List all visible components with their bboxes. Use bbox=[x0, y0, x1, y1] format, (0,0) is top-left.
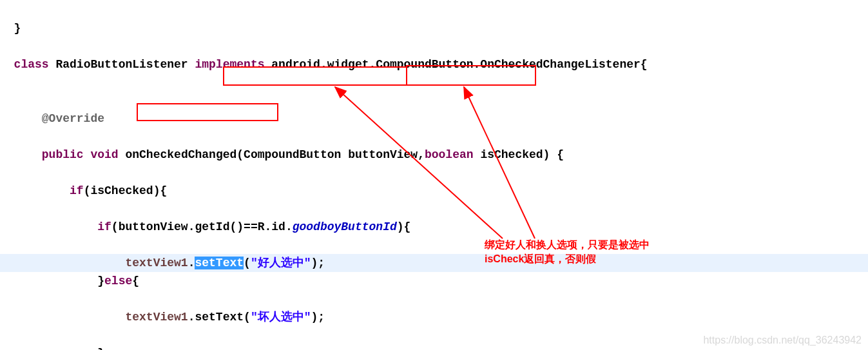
code-line: class RadioButtonListener implements and… bbox=[0, 55, 868, 73]
code-line: textView1.setText("坏人选中"); bbox=[0, 308, 868, 326]
code-line: @Override bbox=[0, 110, 868, 128]
code-line: }else{ bbox=[0, 272, 868, 290]
code-line: if(isChecked){ bbox=[0, 182, 868, 200]
code-line: public void onCheckedChanged(CompoundBut… bbox=[0, 146, 868, 164]
annotation-text: 绑定好人和换人选项，只要是被选中 isCheck返回真，否则假 bbox=[485, 238, 650, 266]
code-editor[interactable]: } class RadioButtonListener implements a… bbox=[0, 0, 868, 350]
watermark: https://blog.csdn.net/qq_36243942 bbox=[703, 335, 862, 346]
code-line-highlighted: textView1.setText("好人选中"); bbox=[0, 254, 868, 272]
code-line: if(buttonView.getId()==R.id.goodboyButto… bbox=[0, 218, 868, 236]
text-selection: setText bbox=[195, 257, 244, 269]
code-line: } bbox=[0, 19, 868, 37]
